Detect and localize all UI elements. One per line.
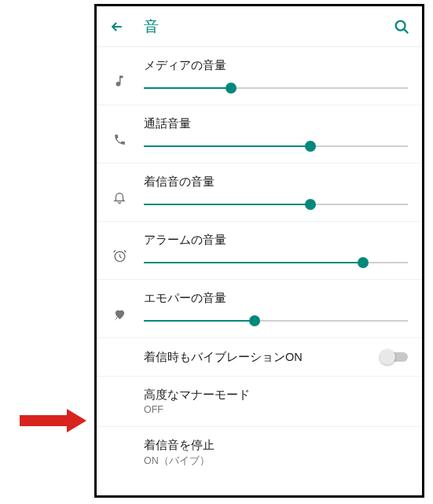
- emopa-volume-row: エモパーの音量: [97, 280, 422, 338]
- svg-line-1: [404, 28, 408, 32]
- settings-list: メディアの音量 通話音量: [97, 47, 422, 479]
- phone-frame: 音 メディアの音量: [94, 4, 424, 498]
- music-note-icon: [111, 72, 128, 90]
- alarm-volume-row: アラームの音量: [97, 222, 422, 280]
- slider-label: 着信音の音量: [144, 175, 408, 189]
- alarm-volume-slider[interactable]: [144, 254, 408, 271]
- arrow-left-icon: [109, 19, 125, 35]
- phone-icon: [111, 131, 128, 148]
- svg-point-3: [116, 317, 117, 318]
- back-button[interactable]: [108, 17, 127, 36]
- setting-subtitle: ON（バイブ）: [144, 454, 408, 468]
- setting-title: 着信時もバイブレーションON: [144, 350, 380, 365]
- vibrate-toggle[interactable]: [380, 349, 408, 365]
- slider-label: エモパーの音量: [144, 291, 408, 306]
- svg-point-0: [396, 20, 405, 30]
- stop-ringtone-row[interactable]: 着信音を停止 ON（バイブ）: [97, 427, 422, 479]
- call-volume-row: 通話音量: [97, 105, 422, 164]
- do-not-disturb-row[interactable]: 高度なマナーモード OFF: [97, 377, 422, 427]
- media-volume-row: メディアの音量: [97, 47, 422, 105]
- setting-title: 着信音を停止: [144, 438, 408, 453]
- vibrate-on-ring-row[interactable]: 着信時もバイブレーションON: [97, 338, 422, 377]
- setting-title: 高度なマナーモード: [144, 388, 408, 403]
- ring-volume-slider[interactable]: [144, 196, 408, 213]
- slider-label: メディアの音量: [144, 58, 408, 73]
- alarm-icon: [111, 247, 128, 264]
- bell-icon: [111, 189, 128, 206]
- call-volume-slider[interactable]: [144, 138, 408, 155]
- slider-label: 通話音量: [144, 116, 408, 131]
- search-icon: [393, 18, 410, 35]
- emopa-volume-slider[interactable]: [144, 312, 408, 329]
- heart-icon: [111, 305, 128, 322]
- slider-label: アラームの音量: [144, 233, 408, 248]
- pointer-arrow: [4, 409, 94, 432]
- media-volume-slider[interactable]: [144, 79, 408, 97]
- ring-volume-row: 着信音の音量: [97, 164, 422, 222]
- search-button[interactable]: [392, 17, 411, 36]
- setting-subtitle: OFF: [144, 404, 408, 415]
- page-title: 音: [144, 17, 392, 37]
- app-header: 音: [97, 6, 422, 47]
- svg-point-4: [115, 319, 116, 320]
